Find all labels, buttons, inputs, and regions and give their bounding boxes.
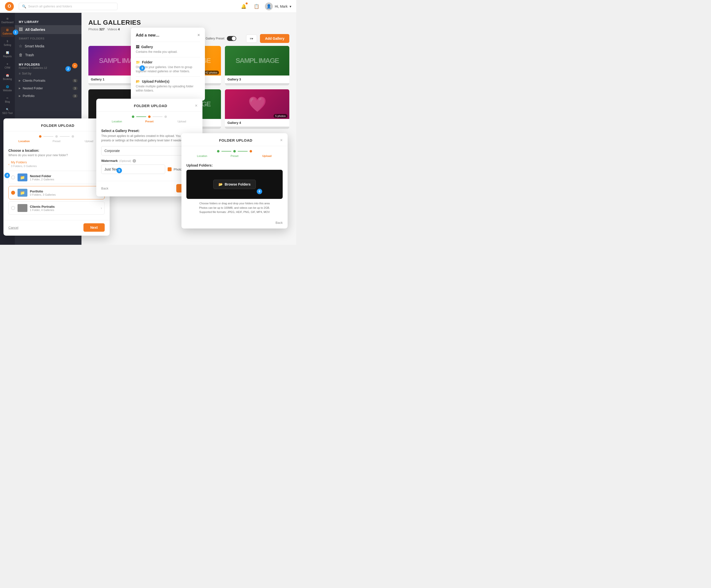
- sidebar-item-selling[interactable]: $ Selling: [1, 38, 14, 48]
- add-folder-button[interactable]: +: [72, 63, 78, 68]
- gallery-card[interactable]: SAMPL IMAGE Gallery 3: [225, 46, 289, 85]
- gallery-card[interactable]: 🩷 5 photos Gallery 4: [225, 89, 289, 129]
- sidebar-item-dashboard[interactable]: ⊞ Dashboard: [1, 15, 14, 26]
- modal-3-close-button[interactable]: ×: [280, 138, 283, 143]
- preset-section-title: Select a Gallery Preset:: [101, 129, 197, 133]
- step-badge-2: 2: [65, 66, 71, 72]
- modal-3-title: FOLDER UPLOAD: [191, 138, 280, 142]
- modal-2-title: FOLDER UPLOAD: [106, 104, 195, 108]
- gallery-option-icon: 🖼: [136, 45, 139, 49]
- star-icon: ☆: [19, 44, 22, 48]
- step-line-2: [238, 151, 247, 152]
- folder-radio-clients[interactable]: [11, 206, 15, 210]
- location-section-sub: Where do you want to place your new fold…: [8, 154, 105, 157]
- step-dot-upload: [250, 150, 252, 153]
- folder-info-clients: Clients Portraits 1 Folder, 4 Galleries: [30, 205, 98, 211]
- popup-folder-option[interactable]: 📁 Folder Organize your galleries. Use th…: [136, 57, 200, 76]
- gallery-card-info: Gallery 3: [225, 75, 289, 83]
- step-badge-1: 1: [13, 30, 18, 35]
- blog-icon: ✏: [6, 97, 8, 99]
- modal-3-footer: Back: [181, 218, 287, 228]
- back-button[interactable]: Back: [101, 186, 108, 190]
- modal-2-header: FOLDER UPLOAD ×: [96, 99, 202, 112]
- folder-radio-portfolio[interactable]: [11, 191, 15, 195]
- step-dot-location: [132, 115, 134, 118]
- sort-button[interactable]: ≡▾: [246, 35, 257, 43]
- modal-3-body: Upload Folders: 📂 Browse Folders Choose …: [181, 160, 287, 218]
- modal-2-steps: [96, 112, 202, 120]
- folder-list-item-portfolio[interactable]: 📁 Portfolio 0 Folders, 3 Galleries: [8, 186, 105, 199]
- step-dot-preset: [233, 150, 236, 153]
- back-button[interactable]: Back: [276, 221, 283, 225]
- modal-3-header: FOLDER UPLOAD ×: [181, 133, 287, 146]
- modal-2-close-button[interactable]: ×: [195, 103, 197, 108]
- my-folders-header: MY FOLDERS Folders 5 • Galleries 12 +: [15, 60, 82, 70]
- sidebar-item-booking[interactable]: 📅 Booking: [1, 72, 14, 83]
- gallery-thumbnail: SAMPL IMAGE: [225, 46, 289, 75]
- popup-upload-folder-option[interactable]: 📂 Upload Folder(s) Create multiple galle…: [136, 76, 200, 96]
- sidebar-item-seo[interactable]: 🔍 SEO Tool: [1, 106, 14, 116]
- user-menu[interactable]: 👤 Hi, Mark ▾: [265, 2, 291, 10]
- sidebar-item-website[interactable]: 🌐 Website: [1, 84, 14, 94]
- topnav: O 🔍 Search all galleries and folders 🔔 📋…: [0, 0, 296, 13]
- next-button[interactable]: Next: [83, 223, 105, 232]
- step-badge-4: 4: [4, 173, 10, 178]
- watermark-info-icon[interactable]: i: [133, 159, 136, 163]
- notifications-button[interactable]: 🔔: [239, 2, 248, 11]
- seo-icon: 🔍: [6, 108, 9, 111]
- sidebar-item-galleries[interactable]: 🖼 Galleries: [1, 27, 14, 37]
- folder-list-item-nested[interactable]: 📁 Nested Folder 1 Folder, 2 Galleries ›: [8, 171, 105, 184]
- step-line-1: [136, 116, 146, 117]
- sidebar-item-reports[interactable]: 📊 Reports: [1, 49, 14, 60]
- step-badge-3: 3: [139, 65, 145, 71]
- sidebar-smart-media[interactable]: ☆ Smart Media: [15, 42, 82, 51]
- reports-icon: 📊: [6, 51, 9, 54]
- sidebar-all-galleries[interactable]: 🖼 All Galleries: [15, 25, 82, 34]
- folder-thumb-nested: 📁: [18, 174, 27, 181]
- folder-thumb-portfolio: 📁: [18, 189, 27, 197]
- upload-hint: Choose folders or drag and drop your fol…: [187, 201, 283, 214]
- trash-icon: 🗑: [19, 53, 23, 57]
- chevron-right-icon: ›: [101, 206, 102, 210]
- step-line-2: [153, 116, 163, 117]
- folder-radio-nested[interactable]: [11, 176, 15, 179]
- sort-icon: ≡▾: [250, 37, 254, 41]
- folder-option-icon: 📁: [136, 60, 140, 64]
- modal-1-title: FOLDER UPLOAD: [13, 123, 102, 128]
- sort-by-button[interactable]: ≡ Sort by: [15, 70, 82, 77]
- browse-folders-button[interactable]: 📂 Browse Folders: [213, 180, 256, 189]
- notification-dot: [246, 2, 247, 4]
- upload-drop-area[interactable]: 📂 Browse Folders: [187, 170, 283, 199]
- step-dot-location: [39, 135, 41, 138]
- search-bar[interactable]: 🔍 Search all galleries and folders: [19, 3, 117, 10]
- sidebar-folder-portfolio[interactable]: ▶ Portfolio 3: [15, 92, 82, 100]
- watermark-select[interactable]: Just Text: [101, 164, 165, 174]
- folder-nav-back[interactable]: ‹ My Folders 3 Folders, 0 Galleries: [8, 160, 105, 168]
- chevron-right-icon: ▶: [19, 94, 21, 97]
- gallery-preset-toggle[interactable]: [227, 36, 236, 41]
- photos-checkbox[interactable]: [168, 167, 172, 171]
- step-badge-6: 6: [257, 189, 262, 194]
- sidebar-folder-clients-portraits[interactable]: ▶ Clients Portraits 5: [15, 77, 82, 84]
- book-icon-button[interactable]: 📋: [252, 2, 261, 11]
- logo[interactable]: O: [5, 2, 14, 11]
- cancel-button[interactable]: Cancel: [8, 226, 18, 229]
- modal-1-steps: [3, 131, 110, 140]
- topnav-right: 🔔 📋 👤 Hi, Mark ▾: [239, 2, 291, 11]
- folder-list-item-clients[interactable]: Clients Portraits 1 Folder, 4 Galleries …: [8, 201, 105, 215]
- step-dot-preset: [55, 135, 58, 138]
- sidebar-folder-nested[interactable]: ▶ Nested Folder 3: [15, 84, 82, 92]
- step-dot-preset: [148, 115, 151, 118]
- bell-icon: 🔔: [241, 4, 246, 9]
- sidebar-item-crm[interactable]: ✈ CRM: [1, 61, 14, 71]
- chevron-down-icon: ▾: [289, 4, 291, 8]
- add-gallery-button[interactable]: Add Gallery: [260, 34, 289, 43]
- chevron-right-icon: ▶: [19, 87, 21, 90]
- sidebar-item-blog[interactable]: ✏ Blog: [1, 95, 14, 105]
- gallery-preset-toolbar: Gallery Preset: [199, 35, 243, 42]
- crm-icon: ✈: [6, 63, 8, 65]
- popup-close-button[interactable]: ×: [197, 32, 200, 38]
- sidebar-trash[interactable]: 🗑 Trash: [15, 51, 82, 60]
- modal-1-header: FOLDER UPLOAD ×: [3, 118, 110, 131]
- popup-gallery-option[interactable]: 🖼 Gallery Contains the media you upload.: [136, 42, 200, 57]
